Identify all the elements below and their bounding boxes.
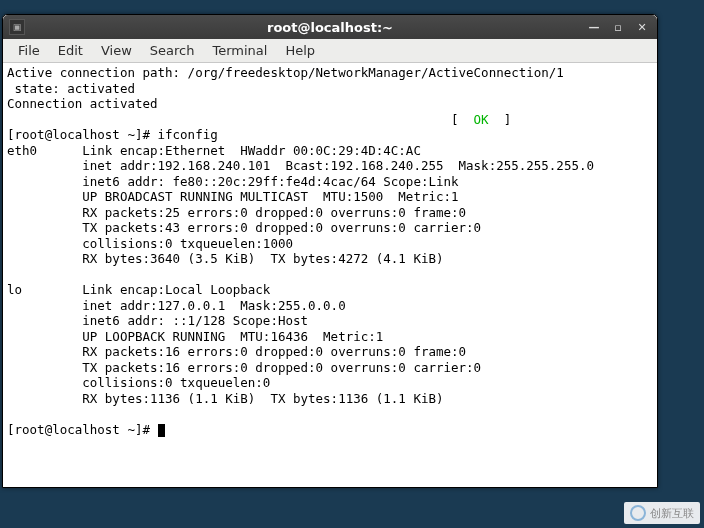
output-line: collisions:0 txqueuelen:1000 <box>7 236 293 251</box>
window-controls: — ▫ ✕ <box>585 19 651 35</box>
output-line: UP LOOPBACK RUNNING MTU:16436 Metric:1 <box>7 329 383 344</box>
menu-search[interactable]: Search <box>141 41 204 60</box>
output-line: TX packets:16 errors:0 dropped:0 overrun… <box>7 360 481 375</box>
prompt-line: [root@localhost ~]# <box>7 422 158 437</box>
menu-help[interactable]: Help <box>276 41 324 60</box>
terminal-window: ▣ root@localhost:~ — ▫ ✕ File Edit View … <box>2 14 658 488</box>
output-line: eth0 Link encap:Ethernet HWaddr 00:0C:29… <box>7 143 421 158</box>
output-line: inet addr:127.0.0.1 Mask:255.0.0.0 <box>7 298 346 313</box>
window-title: root@localhost:~ <box>3 20 657 35</box>
output-line: Active connection path: /org/freedesktop… <box>7 65 564 80</box>
menubar: File Edit View Search Terminal Help <box>3 39 657 63</box>
output-line: UP BROADCAST RUNNING MULTICAST MTU:1500 … <box>7 189 459 204</box>
watermark-logo-icon <box>630 505 646 521</box>
cursor <box>158 424 165 437</box>
app-icon: ▣ <box>9 19 25 35</box>
menu-edit[interactable]: Edit <box>49 41 92 60</box>
output-line: [ <box>7 112 474 127</box>
close-button[interactable]: ✕ <box>633 19 651 35</box>
maximize-button[interactable]: ▫ <box>609 19 627 35</box>
output-line: RX bytes:3640 (3.5 KiB) TX bytes:4272 (4… <box>7 251 444 266</box>
output-line: collisions:0 txqueuelen:0 <box>7 375 270 390</box>
output-line: inet addr:192.168.240.101 Bcast:192.168.… <box>7 158 594 173</box>
output-line: state: activated <box>7 81 135 96</box>
titlebar[interactable]: ▣ root@localhost:~ — ▫ ✕ <box>3 15 657 39</box>
prompt-line: [root@localhost ~]# ifconfig <box>7 127 218 142</box>
output-line: RX bytes:1136 (1.1 KiB) TX bytes:1136 (1… <box>7 391 444 406</box>
output-line: RX packets:16 errors:0 dropped:0 overrun… <box>7 344 466 359</box>
watermark-text: 创新互联 <box>650 506 694 521</box>
menu-file[interactable]: File <box>9 41 49 60</box>
menu-terminal[interactable]: Terminal <box>203 41 276 60</box>
output-line: lo Link encap:Local Loopback <box>7 282 270 297</box>
output-line: Connection activated <box>7 96 158 111</box>
output-line: ] <box>489 112 512 127</box>
menu-view[interactable]: View <box>92 41 141 60</box>
status-ok: OK <box>474 112 489 127</box>
output-line: RX packets:25 errors:0 dropped:0 overrun… <box>7 205 466 220</box>
minimize-button[interactable]: — <box>585 19 603 35</box>
terminal-output[interactable]: Active connection path: /org/freedesktop… <box>3 63 657 487</box>
watermark: 创新互联 <box>624 502 700 524</box>
output-line: inet6 addr: fe80::20c:29ff:fe4d:4cac/64 … <box>7 174 459 189</box>
output-line: TX packets:43 errors:0 dropped:0 overrun… <box>7 220 481 235</box>
output-line: inet6 addr: ::1/128 Scope:Host <box>7 313 308 328</box>
